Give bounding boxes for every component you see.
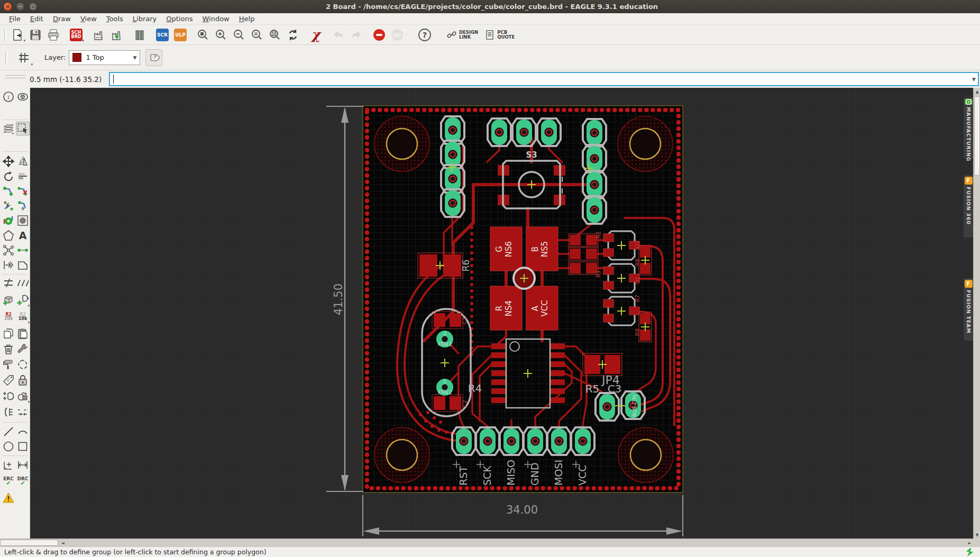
command-input[interactable]: ▼ [109, 72, 979, 86]
ripup-tool[interactable] [2, 199, 15, 213]
menu-file[interactable]: File [4, 14, 25, 24]
zoom-fit-button[interactable] [195, 26, 212, 43]
delete-tool[interactable] [2, 342, 15, 356]
tab-manufacturing[interactable]: MANUFACTURING [963, 97, 973, 159]
mitre-button[interactable]: χ [307, 26, 324, 43]
layer-select[interactable]: 1 Top ▼ [69, 50, 140, 65]
scroll-left-icon[interactable]: ◄ [59, 540, 66, 546]
redo-button[interactable] [348, 26, 365, 43]
rotate-tool[interactable] [2, 169, 15, 183]
undo-button[interactable] [330, 26, 347, 43]
mirror-tool[interactable] [16, 154, 30, 168]
meander-tool[interactable] [2, 276, 15, 290]
cam-export-button[interactable] [108, 26, 125, 43]
text-tool[interactable]: A [16, 229, 30, 242]
scrollbar-corner [973, 538, 980, 546]
info-tool[interactable]: i [2, 90, 15, 104]
layer-visibility-button[interactable] [145, 49, 162, 66]
smash-tool[interactable] [16, 358, 30, 371]
tab-fusion-team[interactable]: F FUSION TEAM [963, 278, 973, 341]
value-tool[interactable]: R210k▾ [16, 310, 30, 324]
group-tool[interactable] [16, 122, 30, 135]
invoke-tool[interactable] [2, 389, 15, 403]
close-button[interactable]: ✕ [3, 2, 12, 11]
horizontal-scrollbar[interactable]: ◄ ► [0, 538, 973, 546]
erc-tool[interactable]: ERC✔ [2, 474, 15, 488]
optimize-tool[interactable] [16, 405, 30, 419]
display-layers-tool[interactable] [2, 122, 15, 135]
refresh-button[interactable] [285, 26, 301, 43]
print-button[interactable] [45, 26, 62, 43]
change-tool[interactable] [16, 342, 30, 356]
board-canvas[interactable]: S3 G NS6 B NS5 R NS4 A VCC [30, 88, 973, 538]
cam-processor-button[interactable] [90, 26, 107, 43]
run-ulp-button[interactable]: ULP [172, 26, 189, 43]
paint-tool[interactable] [2, 358, 15, 371]
polygon-edit-tool[interactable] [16, 258, 30, 272]
maximize-button[interactable]: ▢ [29, 2, 38, 11]
run-script-button[interactable]: SCR [154, 26, 171, 43]
tab-fusion-360[interactable]: F FUSION 360 [963, 175, 973, 238]
zoom-out-button[interactable] [231, 26, 248, 43]
vertical-scrollbar[interactable]: ▲ ▼ [973, 88, 980, 538]
signal-tool[interactable] [16, 243, 30, 257]
hscroll-thumb[interactable] [0, 540, 58, 546]
menu-library[interactable]: Library [128, 14, 161, 24]
arc-tool[interactable] [16, 425, 30, 439]
line-tool[interactable] [2, 425, 15, 439]
save-button[interactable] [27, 26, 44, 43]
menu-options[interactable]: Options [161, 14, 197, 24]
replace-tool[interactable]: ▾ [16, 389, 30, 403]
go-button[interactable]: GO [389, 26, 406, 43]
zoom-in-button[interactable] [213, 26, 230, 43]
errors-tool[interactable] [2, 491, 15, 505]
drc-tool[interactable]: DRC✔ [16, 474, 30, 488]
measure-tool[interactable] [16, 458, 30, 472]
scroll-down-icon[interactable]: ▼ [974, 531, 980, 538]
zoom-redraw-button[interactable] [267, 26, 283, 43]
pcb-quote-button[interactable]: PCBQUOTE [484, 30, 515, 40]
design-link-button[interactable]: DESIGNLINK [446, 30, 478, 40]
via-tool[interactable] [2, 214, 15, 227]
move-tool[interactable] [2, 154, 15, 168]
attribute-tool[interactable] [2, 258, 15, 272]
library-button[interactable] [131, 26, 148, 43]
show-tool[interactable] [16, 90, 30, 104]
signal-wave-tool[interactable] [16, 276, 30, 290]
grid-settings-button[interactable]: ▾ [15, 49, 33, 67]
zoom-select-button[interactable] [249, 26, 265, 43]
dimension-tool[interactable] [2, 458, 15, 472]
menu-help[interactable]: Help [234, 14, 260, 24]
paste-tool[interactable] [16, 327, 30, 341]
schematic-board-button[interactable]: SCHBRD ▾ [68, 26, 85, 43]
scroll-up-icon[interactable]: ▲ [974, 88, 980, 95]
name-value-tool[interactable]: R210k [2, 310, 15, 324]
menu-window[interactable]: Window [197, 14, 234, 24]
vscroll-thumb[interactable] [974, 96, 980, 176]
wire-tool[interactable] [2, 184, 15, 198]
circle-tool[interactable] [2, 440, 15, 453]
new-document-button[interactable]: ▾ [9, 26, 26, 43]
lock-tool[interactable] [16, 373, 30, 387]
menu-edit[interactable]: Edit [25, 14, 48, 24]
scroll-right-icon[interactable]: ► [966, 540, 973, 546]
delete-wire-tool[interactable] [16, 184, 30, 198]
help-button[interactable]: ? [416, 26, 433, 43]
polygon-tool[interactable] [2, 229, 15, 242]
minimize-button[interactable]: ─ [16, 2, 25, 11]
name-tool[interactable] [16, 169, 30, 183]
smd-pad-tool[interactable] [16, 214, 30, 227]
ratsnest-tool[interactable] [2, 243, 15, 257]
add-gate-tool[interactable]: ▾ [16, 293, 30, 307]
menu-draw[interactable]: Draw [48, 14, 76, 24]
copy-tool[interactable] [2, 327, 15, 341]
stop-button[interactable] [371, 26, 388, 43]
menu-view[interactable]: View [76, 14, 102, 24]
add-part-tool[interactable] [2, 293, 15, 307]
label-tool[interactable] [2, 373, 15, 387]
menu-tools[interactable]: Tools [102, 14, 128, 24]
pinswap-tool[interactable] [2, 405, 15, 419]
svg-text:MOSI: MOSI [553, 460, 564, 486]
route-tool[interactable] [16, 199, 30, 213]
rect-tool[interactable] [16, 440, 30, 453]
